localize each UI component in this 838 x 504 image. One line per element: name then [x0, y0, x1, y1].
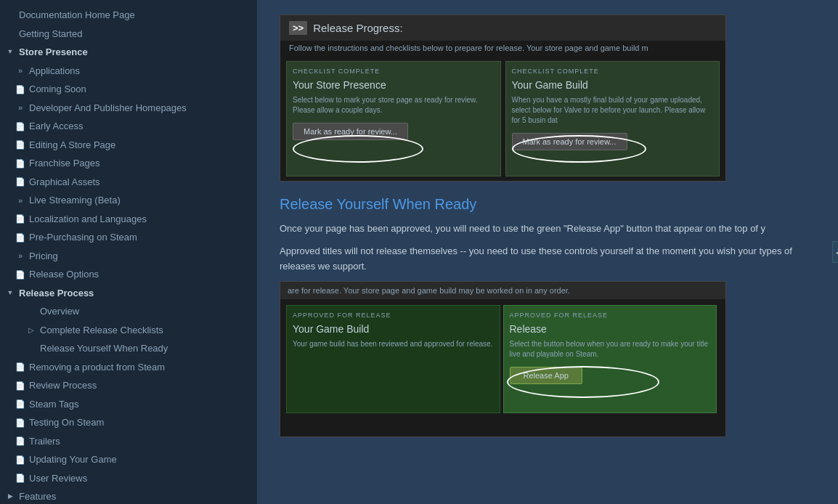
rp-panel-store-presence: CHECKLIST COMPLETE Your Store Presence S… — [286, 61, 501, 176]
rp-panel2-badge: CHECKLIST COMPLETE — [512, 68, 714, 75]
rp-header-title: Release Progress: — [313, 22, 402, 34]
ra-panel-game-build: APPROVED FOR RELEASE Your Game Build You… — [286, 305, 500, 413]
rp-panel2-text: When you have a mostly final build of yo… — [512, 95, 714, 126]
sidebar-item-getting-started[interactable]: Getting Started — [0, 25, 257, 44]
rp-panel1-badge: CHECKLIST COMPLETE — [293, 68, 495, 75]
doc-icon — [15, 435, 26, 447]
doc-icon — [15, 121, 26, 132]
doc-icon — [15, 176, 26, 187]
none-icon — [4, 28, 16, 39]
sidebar-item-trailers[interactable]: Trailers — [0, 432, 257, 451]
double-arrow-icon — [15, 102, 26, 113]
body-paragraph-2: Approved titles will not release themsel… — [280, 244, 816, 275]
double-arrow-icon — [15, 195, 26, 206]
rp-panel2-button[interactable]: Mark as ready for review... — [512, 133, 627, 150]
sidebar-item-graphical-assets[interactable]: Graphical Assets — [0, 173, 257, 192]
sidebar: Documentation Home Page Getting Started … — [0, 0, 258, 504]
rp-panel1-text: Select below to mark your store page as … — [293, 95, 495, 115]
rp-subtext: Follow the instructions and checklists b… — [280, 41, 725, 55]
main-content: >> Release Progress: Follow the instruct… — [258, 0, 838, 504]
doc-icon — [15, 361, 26, 373]
sidebar-item-developer-publisher[interactable]: Developer And Publisher Homepages — [0, 99, 257, 118]
ra-panel2-title: Release — [510, 323, 711, 335]
none-icon — [4, 9, 16, 21]
doc-icon — [15, 232, 26, 243]
rp-panel2-title: Your Game Build — [512, 79, 714, 91]
ra-panel2-text: Select the button below when you are rea… — [510, 339, 711, 359]
doc-icon — [15, 158, 26, 169]
ra-panel1-badge: APPROVED FOR RELEASE — [293, 312, 494, 319]
ra-panel1-title: Your Game Build — [293, 323, 494, 335]
rp-header-icon: >> — [289, 21, 307, 35]
ra-panels: APPROVED FOR RELEASE Your Game Build You… — [280, 299, 725, 419]
sidebar-item-pricing[interactable]: Pricing — [0, 247, 257, 266]
sidebar-item-applications[interactable]: Applications — [0, 62, 257, 81]
sidebar-item-doc-home[interactable]: Documentation Home Page — [0, 6, 257, 25]
double-arrow-icon — [15, 250, 26, 261]
arrow-right-icon — [4, 491, 16, 503]
release-app-button[interactable]: Release App — [510, 367, 582, 384]
none-icon — [25, 343, 37, 354]
triangle-right-icon: ▷ — [25, 324, 37, 336]
sidebar-item-release-options[interactable]: Release Options — [0, 265, 257, 284]
ra-panel-release: APPROVED FOR RELEASE Release Select the … — [503, 305, 717, 413]
sidebar-item-complete-release-checklists[interactable]: ▷ Complete Release Checklists — [0, 321, 257, 340]
sidebar-item-steam-tags[interactable]: Steam Tags — [0, 395, 257, 414]
doc-icon — [15, 213, 26, 224]
doc-icon — [15, 454, 26, 466]
collapse-sidebar-button[interactable]: ◀ — [832, 241, 838, 263]
sidebar-item-editing-store-page[interactable]: Editing A Store Page — [0, 136, 257, 155]
sidebar-item-features[interactable]: Features — [0, 487, 257, 504]
rp-panel1-button[interactable]: Mark as ready for review... — [293, 123, 408, 140]
sidebar-item-release-yourself[interactable]: Release Yourself When Ready — [0, 339, 257, 358]
sidebar-item-pre-purchasing[interactable]: Pre-Purchasing on Steam — [0, 228, 257, 247]
sidebar-item-testing-on-steam[interactable]: Testing On Steam — [0, 413, 257, 432]
doc-icon — [15, 84, 26, 95]
ra-top-bar: are for release. Your store page and gam… — [280, 282, 725, 299]
sidebar-item-review-process[interactable]: Review Process — [0, 376, 257, 395]
sidebar-item-localization[interactable]: Localization and Languages — [0, 210, 257, 229]
rp-panel-game-build: CHECKLIST COMPLETE Your Game Build When … — [505, 61, 720, 176]
rp-panel1-title: Your Store Presence — [293, 79, 495, 91]
doc-icon — [15, 398, 26, 410]
ra-panel2-badge: APPROVED FOR RELEASE — [510, 312, 711, 319]
doc-icon — [15, 269, 26, 280]
sidebar-item-release-process[interactable]: Release Process — [0, 284, 257, 303]
sidebar-item-overview[interactable]: Overview — [0, 302, 257, 321]
doc-icon — [15, 472, 26, 484]
none-icon — [25, 306, 37, 317]
sidebar-item-user-reviews[interactable]: User Reviews — [0, 469, 257, 488]
doc-icon — [15, 417, 26, 428]
ra-panel1-text: Your game build has been reviewed and ap… — [293, 339, 494, 349]
release-app-screenshot: are for release. Your store page and gam… — [280, 281, 726, 437]
sidebar-item-updating-your-game[interactable]: Updating Your Game — [0, 450, 257, 469]
sidebar-item-store-presence[interactable]: Store Presence — [0, 43, 257, 62]
doc-icon — [15, 139, 26, 150]
release-progress-screenshot: >> Release Progress: Follow the instruct… — [280, 15, 726, 182]
body-paragraph-1: Once your page has been approved, you wi… — [280, 221, 816, 237]
sidebar-item-removing-product[interactable]: Removing a product from Steam — [0, 358, 257, 377]
arrow-down-icon — [4, 287, 16, 298]
double-arrow-icon — [15, 65, 26, 76]
sidebar-item-franchise-pages[interactable]: Franchise Pages — [0, 154, 257, 173]
sidebar-item-live-streaming[interactable]: Live Streaming (Beta) — [0, 191, 257, 210]
section-title-release-yourself: Release Yourself When Ready — [280, 196, 816, 213]
rp-header: >> Release Progress: — [280, 15, 725, 41]
arrow-down-icon — [4, 46, 16, 58]
doc-icon — [15, 380, 26, 391]
sidebar-item-early-access[interactable]: Early Access — [0, 117, 257, 136]
sidebar-item-coming-soon[interactable]: Coming Soon — [0, 80, 257, 99]
rp-panels: CHECKLIST COMPLETE Your Store Presence S… — [280, 55, 725, 182]
